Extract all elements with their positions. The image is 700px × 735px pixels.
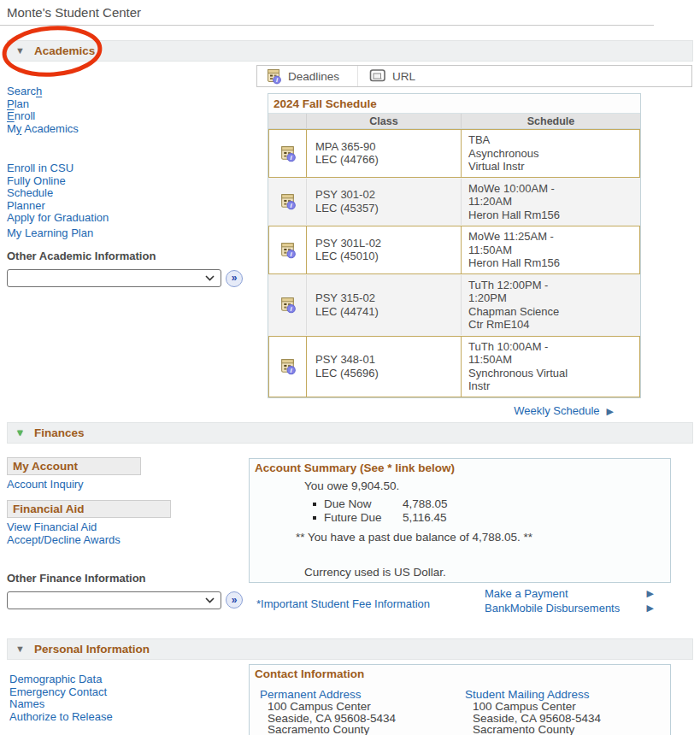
- tab-deadlines[interactable]: i Deadlines: [257, 66, 358, 86]
- academics-secondary-links: Enroll in CSU Fully Online Schedule Plan…: [7, 162, 251, 239]
- bullet-square-icon: [313, 516, 316, 520]
- collapse-triangle-icon[interactable]: ▼: [15, 644, 25, 654]
- finances-footer: *Important Student Fee Information Make …: [249, 586, 671, 615]
- other-finance-dropdown-row: »: [7, 591, 250, 609]
- collapse-triangle-icon[interactable]: ▼: [15, 428, 25, 438]
- schedule-cell: TuTh 12:00PM - 1:20PM Chapman Science Ct…: [462, 275, 639, 335]
- class-calendar-icon[interactable]: i: [279, 241, 297, 259]
- link-search[interactable]: Search: [7, 85, 42, 98]
- collapse-triangle-icon[interactable]: ▼: [15, 46, 25, 56]
- schedule-row: i MPA 365-90 LEC (44766) TBA Asynchronou…: [268, 129, 640, 178]
- payment-links: Make a Payment▶ BankMobile Disbursements…: [485, 586, 654, 615]
- arrow-right-icon: ▶: [647, 601, 654, 615]
- schedule-title: 2024 Fall Schedule: [268, 94, 640, 114]
- address-line: 100 Campus Center: [473, 701, 601, 713]
- student-center-page: Monte's Student Center ▼ Academics Searc…: [0, 0, 700, 735]
- go-button-finances[interactable]: »: [226, 591, 243, 609]
- link-my-learning-plan[interactable]: My Learning Plan: [7, 227, 93, 240]
- currency-note: Currency used is US Dollar.: [304, 566, 670, 579]
- schedule-cell: TBA Asynchronous Virtual Instr: [462, 130, 639, 177]
- demographic-data-link[interactable]: Demographic Data: [9, 673, 102, 686]
- schedule-header-class: Class: [307, 114, 462, 128]
- link-enroll[interactable]: Enroll: [7, 110, 35, 123]
- class-calendar-icon[interactable]: i: [279, 192, 297, 210]
- class-cell: PSY 301-02 LEC (45357): [307, 179, 462, 226]
- section-title-finances: Finances: [34, 426, 85, 439]
- class-cell: PSY 301L-02 LEC (45010): [307, 226, 462, 273]
- schedule-row: i PSY 315-02 LEC (44741) TuTh 12:00PM - …: [268, 274, 640, 336]
- schedule-row: i PSY 301-02 LEC (45357) MoWe 10:00AM - …: [268, 178, 640, 226]
- schedule-cell: MoWe 10:00AM - 11:20AM Heron Hall Rm156: [462, 179, 639, 226]
- account-summary-box: Account Summary (See * link below) You o…: [249, 458, 671, 583]
- my-account-header: My Account: [7, 457, 141, 475]
- finances-left-nav: My Account Account Inquiry Financial Aid…: [7, 457, 250, 609]
- future-due-label: Future Due: [324, 511, 403, 525]
- link-apply-for-graduation[interactable]: Apply for Graduation: [7, 212, 109, 225]
- link-enroll-csu-fully-online-2[interactable]: Fully Online: [7, 175, 66, 188]
- schedule-cell: TuTh 10:00AM - 11:50AM Synchronous Virtu…: [462, 337, 639, 397]
- other-finance-select[interactable]: [7, 591, 221, 609]
- permanent-address-block: Permanent Address 100 Campus Center Seas…: [260, 689, 465, 735]
- schedule-cell: MoWe 11:25AM - 11:50AM Heron Hall Rm156: [462, 226, 639, 273]
- link-plan[interactable]: Plan: [7, 98, 29, 111]
- address-line: Sacramento County: [473, 724, 601, 735]
- section-header-personal-information[interactable]: ▼ Personal Information: [7, 638, 693, 660]
- emergency-contact-link[interactable]: Emergency Contact: [9, 686, 107, 699]
- address-line: Seaside, CA 95608-5434: [268, 713, 465, 725]
- finances-main: Account Summary (See * link below) You o…: [249, 458, 671, 583]
- arrow-right-icon: ▶: [647, 586, 654, 601]
- make-a-payment-link[interactable]: Make a Payment: [485, 586, 568, 601]
- financial-aid-header: Financial Aid: [7, 500, 171, 518]
- account-inquiry-link[interactable]: Account Inquiry: [7, 479, 84, 491]
- important-student-fee-link[interactable]: *Important Student Fee Information: [256, 597, 430, 610]
- student-mailing-address-label: Student Mailing Address: [465, 689, 601, 701]
- tab-url[interactable]: URL: [358, 66, 424, 86]
- schedule-header-row: Class Schedule: [268, 114, 640, 129]
- chevron-down-icon: [205, 597, 215, 603]
- link-schedule-planner[interactable]: Schedule: [7, 187, 53, 200]
- link-enroll-csu-fully-online[interactable]: Enroll in CSU: [7, 162, 74, 175]
- bankmobile-disbursements-link[interactable]: BankMobile Disbursements: [485, 601, 620, 615]
- permanent-address-label: Permanent Address: [260, 689, 465, 701]
- due-now-value: 4,788.05: [403, 497, 448, 511]
- account-summary-header: Account Summary (See * link below): [250, 459, 670, 476]
- account-summary-body: You owe 9,904.50. Due Now 4,788.05 Futur…: [250, 479, 670, 579]
- schedule-header-icon-col: [268, 114, 307, 128]
- other-finance-information-label: Other Finance Information: [7, 572, 250, 585]
- schedule-header-schedule: Schedule: [462, 114, 640, 128]
- class-calendar-icon[interactable]: i: [279, 144, 297, 162]
- link-schedule-planner-2[interactable]: Planner: [7, 200, 45, 213]
- due-now-row: Due Now 4,788.05: [304, 497, 670, 511]
- section-title-personal: Personal Information: [34, 643, 150, 656]
- accept-decline-awards-link[interactable]: Accept/Decline Awards: [7, 534, 121, 547]
- monitor-icon: [369, 68, 386, 84]
- class-calendar-icon[interactable]: i: [279, 357, 297, 375]
- schedule-row: i PSY 348-01 LEC (45696) TuTh 10:00AM - …: [268, 336, 640, 397]
- class-calendar-icon[interactable]: i: [279, 296, 297, 314]
- contact-information-header: Contact Information: [250, 665, 670, 682]
- schedule-row: i PSY 301L-02 LEC (45010) MoWe 11:25AM -…: [268, 226, 640, 274]
- authorize-to-release-link[interactable]: Authorize to Release: [9, 711, 113, 724]
- weekly-schedule-link[interactable]: Weekly Schedule: [514, 404, 599, 417]
- you-owe-text: You owe 9,904.50.: [304, 479, 670, 492]
- class-cell: PSY 315-02 LEC (44741): [307, 275, 462, 335]
- address-line: Seaside, CA 95608-5434: [473, 713, 601, 725]
- link-my-academics[interactable]: My Academics: [7, 123, 79, 136]
- title-divider: [0, 25, 654, 26]
- future-due-value: 5,116.45: [403, 511, 447, 525]
- view-financial-aid-link[interactable]: View Financial Aid: [7, 521, 97, 534]
- tab-url-label: URL: [392, 70, 415, 83]
- past-due-note: ** You have a past due balance of 4,788.…: [296, 531, 662, 544]
- section-header-academics[interactable]: ▼ Academics: [7, 40, 693, 62]
- deadlines-url-tabbar: i Deadlines URL: [256, 65, 692, 87]
- chevron-down-icon: [205, 275, 215, 281]
- bullet-square-icon: [313, 503, 316, 506]
- go-button-academics[interactable]: »: [226, 270, 243, 287]
- names-link[interactable]: Names: [9, 698, 44, 711]
- academics-primary-links: Search Plan Enroll My Academics: [7, 85, 251, 135]
- section-header-finances[interactable]: ▼ Finances: [7, 422, 693, 444]
- student-mailing-address-block: Student Mailing Address 100 Campus Cente…: [465, 689, 601, 735]
- address-line: 100 Campus Center: [268, 701, 465, 713]
- academics-main: i Deadlines URL 2024 Fall Schedule Class…: [256, 65, 693, 438]
- other-academic-select[interactable]: [7, 269, 221, 287]
